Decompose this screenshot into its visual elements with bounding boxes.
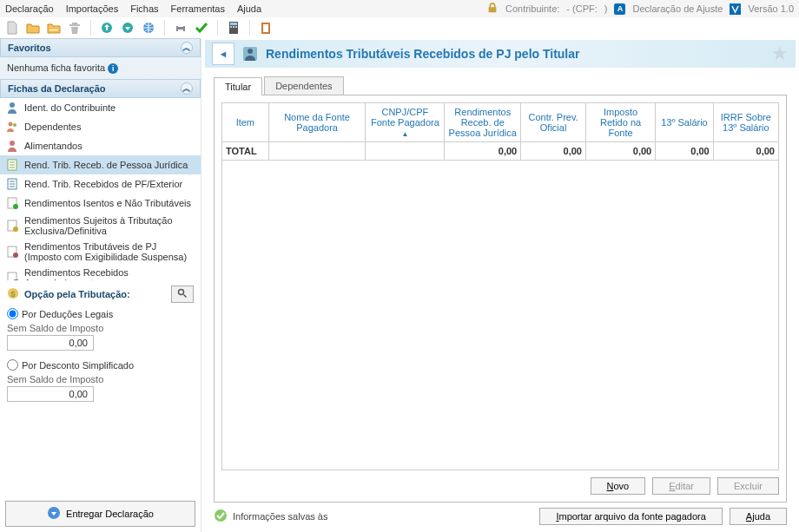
check-icon[interactable] (193, 19, 210, 36)
menu-declaracao[interactable]: Declaração (5, 3, 54, 14)
col-irrf[interactable]: IRRF Sobre 13º Salário (713, 103, 778, 142)
tab-dependentes[interactable]: Dependentes (264, 76, 343, 95)
table-empty-area (221, 161, 779, 470)
total-cnpj (366, 142, 445, 161)
importar-button[interactable]: Importar arquivo da fonte pagadora (539, 508, 722, 525)
svg-rect-3 (230, 23, 237, 25)
ficha-icon (5, 101, 19, 115)
favoritos-title: Favoritos (8, 43, 51, 53)
menu-fichas[interactable]: Fichas (130, 3, 158, 14)
toolbar-separator (249, 20, 250, 36)
ficha-icon (5, 196, 19, 210)
total-irrf: 0,00 (713, 142, 778, 161)
zoom-button[interactable] (171, 286, 194, 303)
page-title-icon (241, 45, 259, 62)
col-rendimentos[interactable]: Rendimentos Receb. de Pessoa Jurídica (445, 103, 521, 142)
opt-simplificado-label: Por Desconto Simplificado (22, 360, 134, 371)
ajuda-button[interactable]: Ajuda (730, 508, 787, 525)
back-button[interactable]: ◄ (212, 43, 234, 65)
page-title: Rendimentos Tributáveis Recebidos de PJ … (266, 47, 580, 61)
radio-simplificado[interactable] (7, 359, 18, 371)
ficha-item[interactable]: Ident. do Contribuinte (0, 98, 201, 117)
ficha-item[interactable]: Dependentes (0, 117, 201, 136)
collapse-icon[interactable]: ︽ (181, 42, 193, 54)
total-rend: 0,00 (445, 142, 521, 161)
tab-titular[interactable]: Titular (214, 77, 262, 95)
ficha-item[interactable]: Rend. Trib. Recebidos de PF/Exterior (0, 174, 201, 194)
favorite-star-icon[interactable]: ★ (771, 43, 789, 65)
saldo-val-1: 0,00 (7, 335, 94, 351)
ficha-item[interactable]: Rendimentos Isentos e Não Tributáveis (0, 194, 201, 213)
svg-point-16 (13, 204, 18, 209)
versao-label: Versão 1.0 (748, 3, 794, 14)
lock-icon (486, 2, 499, 16)
ficha-icon (5, 177, 19, 191)
ficha-item[interactable]: Rendimentos Sujeitos à Tributação Exclus… (0, 213, 201, 239)
entregar-button[interactable]: Entregar Declaração (5, 501, 195, 527)
excluir-button[interactable]: Excluir (717, 477, 779, 495)
import1-icon[interactable] (98, 19, 116, 36)
col-item[interactable]: Item (222, 103, 269, 142)
svg-rect-8 (263, 24, 268, 32)
col-imposto-retido[interactable]: Imposto Retido na Fonte (585, 103, 655, 142)
version-icon (730, 3, 741, 15)
ficha-item[interactable]: Rendimentos Recebidos Acumuladamente (0, 265, 201, 280)
ficha-item[interactable]: Rend. Trib. Receb. de Pessoa Jurídica (0, 155, 201, 174)
radio-deducoes[interactable] (7, 308, 18, 319)
svg-point-29 (248, 49, 253, 54)
svg-point-9 (10, 102, 15, 108)
opt-deducoes-label: Por Deduções Legais (22, 309, 113, 319)
svg-point-20 (13, 253, 18, 258)
globe-icon[interactable] (140, 19, 157, 36)
ficha-label: Alimentandos (24, 141, 83, 151)
svg-rect-5 (233, 26, 234, 28)
calculator-icon[interactable] (225, 19, 242, 36)
svg-point-18 (13, 227, 18, 232)
folder2-icon[interactable] (45, 19, 63, 36)
svg-point-11 (13, 123, 17, 127)
total-label: TOTAL (222, 142, 269, 161)
import2-icon[interactable] (119, 19, 136, 36)
new-doc-icon[interactable] (3, 19, 21, 36)
favoritos-header[interactable]: Favoritos ︽ (0, 38, 201, 57)
print-icon[interactable] (172, 19, 189, 36)
entregar-icon (47, 506, 61, 522)
fichas-header[interactable]: Fichas da Declaração ︽ (0, 79, 201, 98)
ficha-label: Ident. do Contribuinte (24, 102, 116, 113)
collapse-icon[interactable]: ︽ (181, 82, 193, 95)
ficha-item[interactable]: Alimentandos (0, 136, 201, 155)
col-nome-fonte[interactable]: Nome da Fonte Pagadora (268, 103, 366, 142)
toolbar-separator (217, 20, 218, 36)
saldo-label-1: Sem Saldo de Imposto (7, 323, 194, 333)
menu-ferramentas[interactable]: Ferramentas (171, 3, 225, 14)
novo-button[interactable]: Novo (591, 477, 646, 495)
total-row: TOTAL 0,00 0,00 0,00 0,00 0,00 (222, 142, 779, 161)
info-icon[interactable]: i (108, 63, 118, 74)
fichas-title: Fichas da Declaração (8, 83, 106, 94)
tributacao-icon: $ (7, 287, 19, 301)
ficha-label: Rend. Trib. Receb. de Pessoa Jurídica (24, 160, 188, 170)
total-13: 0,00 (656, 142, 714, 161)
status-text: Informações salvas às (233, 511, 327, 522)
trash-icon[interactable] (66, 19, 83, 36)
ficha-label: Rendimentos Tributáveis de PJ (Imposto c… (24, 241, 195, 262)
col-contr-prev[interactable]: Contr. Prev. Oficial (521, 103, 586, 142)
favoritos-body: Nenhuma ficha favorita i (0, 57, 201, 79)
col-13-salario[interactable]: 13º Salário (656, 103, 714, 142)
saldo-label-2: Sem Saldo de Imposto (7, 374, 194, 384)
status-icon (214, 509, 228, 524)
ficha-icon (5, 219, 19, 233)
menu-ajuda[interactable]: Ajuda (237, 3, 261, 14)
menu-importacoes[interactable]: Importações (66, 3, 119, 14)
open-folder-icon[interactable] (24, 19, 42, 36)
editar-button[interactable]: Editar (652, 477, 710, 495)
tributacao-title: Opção pela Tributação: (24, 289, 130, 299)
ficha-item[interactable]: Rendimentos Tributáveis de PJ (Imposto c… (0, 239, 201, 265)
entregar-label: Entregar Declaração (66, 509, 154, 519)
clipboard-icon[interactable] (257, 19, 274, 36)
ajuste-badge-icon: A (614, 3, 625, 15)
col-cnpj[interactable]: CNPJ/CPF Fonte Pagadora ▲ (366, 103, 445, 142)
ficha-icon (5, 158, 19, 172)
favoritos-empty: Nenhuma ficha favorita (7, 62, 105, 73)
cpf-close: ) (604, 3, 608, 14)
